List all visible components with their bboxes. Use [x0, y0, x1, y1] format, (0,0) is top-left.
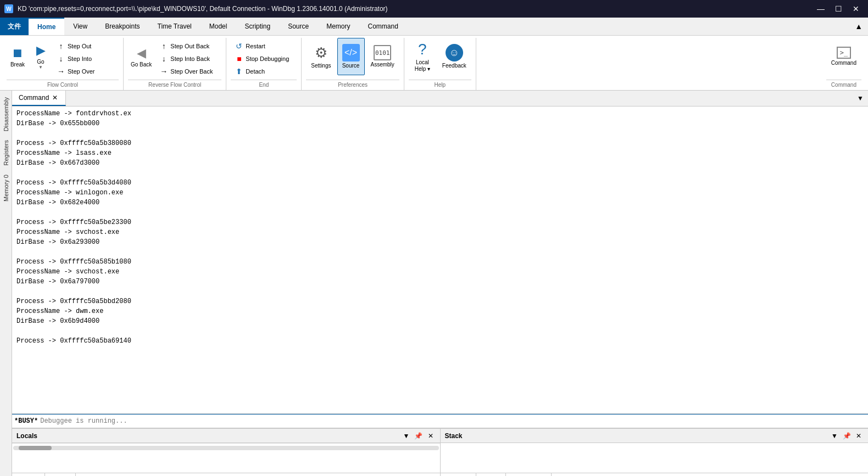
break-button[interactable]: ⏹ Break	[7, 38, 29, 75]
settings-button[interactable]: ⚙ Settings	[306, 38, 336, 75]
locals-scrollbar-area	[12, 443, 440, 452]
tab-source[interactable]: Source	[279, 18, 318, 35]
minimize-button[interactable]: —	[813, 1, 828, 16]
output-line: Process -> 0xffffc50a5b3d4080	[16, 178, 864, 188]
output-line: DirBase -> 0x6a293000	[16, 237, 864, 247]
watch-tab[interactable]: Watch	[45, 473, 76, 476]
output-line: DirBase -> 0x682e4000	[16, 198, 864, 208]
ribbon-group-flow-control: ⏹ Break ▶ Go ▼ ↑ Step Out ↓	[2, 38, 124, 90]
ribbon-expand-button[interactable]: ▲	[849, 19, 868, 34]
local-help-button[interactable]: ? LocalHelp ▾	[409, 38, 436, 75]
tab-scripting[interactable]: Scripting	[236, 18, 279, 35]
step-into-button[interactable]: ↓ Step Into	[53, 53, 119, 65]
end-items: ↺ Restart ■ Stop Debugging ⬆ Detach	[231, 38, 297, 77]
ribbon-group-reverse-flow: ◀ Go Back ↑ Step Out Back ↓ Step Into Ba…	[124, 38, 226, 90]
locals-scrollbar[interactable]	[13, 446, 439, 450]
detach-label: Detach	[246, 68, 265, 75]
locals-panel-title: Locals	[16, 432, 37, 440]
step-over-back-button[interactable]: → Step Over Back	[155, 65, 221, 77]
reverse-flow-items: ◀ Go Back ↑ Step Out Back ↓ Step Into Ba…	[128, 38, 221, 77]
vertical-tab-bar: Disassembly Registers Memory 0	[0, 91, 12, 476]
tab-breakpoints[interactable]: Breakpoints	[96, 18, 148, 35]
stop-debugging-button[interactable]: ■ Stop Debugging	[231, 53, 297, 65]
assembly-button[interactable]: 0101 Assembly	[366, 38, 399, 75]
locals-close-button[interactable]: ✕	[426, 431, 436, 441]
tab-time-travel[interactable]: Time Travel	[149, 18, 201, 35]
assembly-icon: 0101	[374, 45, 391, 60]
output-line: ProcessName -> svchost.exe	[16, 227, 864, 237]
stop-icon: ■	[235, 54, 243, 63]
busy-indicator: *BUSY*	[14, 417, 38, 425]
output-line: Process -> 0xffffc50a5be23300	[16, 217, 864, 227]
locals-pin-button[interactable]: 📌	[414, 431, 424, 441]
close-button[interactable]: ✕	[848, 1, 864, 16]
maximize-button[interactable]: ☐	[831, 1, 846, 16]
output-line: ProcessName -> fontdrvhost.ex	[16, 109, 864, 119]
feedback-label: Feedback	[442, 63, 466, 69]
stack-panel-title: Stack	[445, 432, 463, 440]
reverse-flow-label: Reverse Flow Control	[128, 80, 221, 88]
restart-button[interactable]: ↺ Restart	[231, 40, 297, 52]
tab-command[interactable]: Command	[359, 18, 407, 35]
command-tab-label: Command	[19, 94, 49, 102]
step-into-back-button[interactable]: ↓ Step Into Back	[155, 53, 221, 65]
step-into-back-icon: ↓	[159, 54, 168, 63]
step-over-button[interactable]: → Step Over	[53, 65, 119, 77]
vtab-memory[interactable]: Memory 0	[2, 170, 10, 206]
output-line: Process -> 0xffffc50a5b380080	[16, 138, 864, 148]
locals-panel-header: Locals ▼ 📌 ✕	[12, 429, 440, 443]
command-input[interactable]	[40, 417, 866, 425]
command-tab[interactable]: Command ✕	[12, 91, 66, 106]
help-label: Help	[409, 80, 471, 88]
stack-dropdown-button[interactable]: ▼	[830, 431, 839, 441]
tab-view[interactable]: View	[64, 18, 96, 35]
command-tab-close[interactable]: ✕	[51, 94, 59, 102]
command-output[interactable]: ProcessName -> fontdrvhost.exDirBase -> …	[12, 107, 868, 414]
stack-pin-button[interactable]: 📌	[842, 431, 852, 441]
source-button[interactable]: </> Source	[337, 38, 365, 75]
local-help-label: LocalHelp ▾	[415, 59, 430, 72]
threads-tab[interactable]: Threads	[441, 473, 476, 476]
command-large-button[interactable]: >_ Command	[826, 38, 861, 75]
go-back-label: Go Back	[131, 61, 152, 68]
tab-home[interactable]: Home	[29, 18, 64, 35]
breakpoints-tab[interactable]: Breakpoints	[506, 473, 552, 476]
vtab-registers[interactable]: Registers	[2, 136, 10, 170]
tab-file[interactable]: 文件	[0, 18, 29, 35]
feedback-button[interactable]: ☺ Feedback	[437, 38, 471, 75]
output-line: DirBase -> 0x655bb000	[16, 119, 864, 128]
command-icon: >_	[837, 47, 851, 59]
step-out-back-button[interactable]: ↑ Step Out Back	[155, 40, 221, 52]
output-line: ProcessName -> dwm.exe	[16, 306, 864, 316]
locals-panel-controls: ▼ 📌 ✕	[402, 431, 436, 441]
output-line: DirBase -> 0x6b9d4000	[16, 316, 864, 326]
locals-tab[interactable]: Locals	[12, 473, 45, 476]
tab-expand-button[interactable]: ▼	[853, 92, 868, 104]
tab-model[interactable]: Model	[201, 18, 236, 35]
output-line: Process -> 0xffffc50a585b1080	[16, 257, 864, 267]
step-over-icon: →	[57, 67, 65, 76]
ribbon: 文件 Home View Breakpoints Time Travel Mod…	[0, 18, 868, 91]
step-out-icon: ↑	[57, 42, 65, 51]
step-out-button[interactable]: ↑ Step Out	[53, 40, 119, 52]
app-icon: W	[4, 4, 13, 13]
go-button[interactable]: ▶ Go ▼	[30, 38, 52, 75]
stack-close-button[interactable]: ✕	[854, 431, 864, 441]
help-items: ? LocalHelp ▾ ☺ Feedback	[409, 38, 471, 77]
help-icon: ?	[418, 41, 427, 58]
source-icon: </>	[342, 44, 360, 61]
detach-button[interactable]: ⬆ Detach	[231, 65, 297, 77]
go-back-button[interactable]: ◀ Go Back	[128, 38, 154, 75]
locals-dropdown-button[interactable]: ▼	[402, 431, 411, 441]
output-line: ProcessName -> svchost.exe	[16, 267, 864, 277]
command-tab-bar: Command ✕ ▼	[12, 91, 868, 107]
window-controls: — ☐ ✕	[813, 1, 864, 16]
command-large-label: Command	[831, 60, 856, 66]
ribbon-content: ⏹ Break ▶ Go ▼ ↑ Step Out ↓	[0, 36, 868, 90]
vtab-disassembly[interactable]: Disassembly	[2, 93, 10, 136]
flow-control-items: ⏹ Break ▶ Go ▼ ↑ Step Out ↓	[7, 38, 119, 77]
tab-memory[interactable]: Memory	[318, 18, 359, 35]
stack-tab[interactable]: Stack	[476, 473, 506, 476]
stack-panel-content	[441, 443, 869, 473]
step-out-back-label: Step Out Back	[170, 43, 209, 49]
